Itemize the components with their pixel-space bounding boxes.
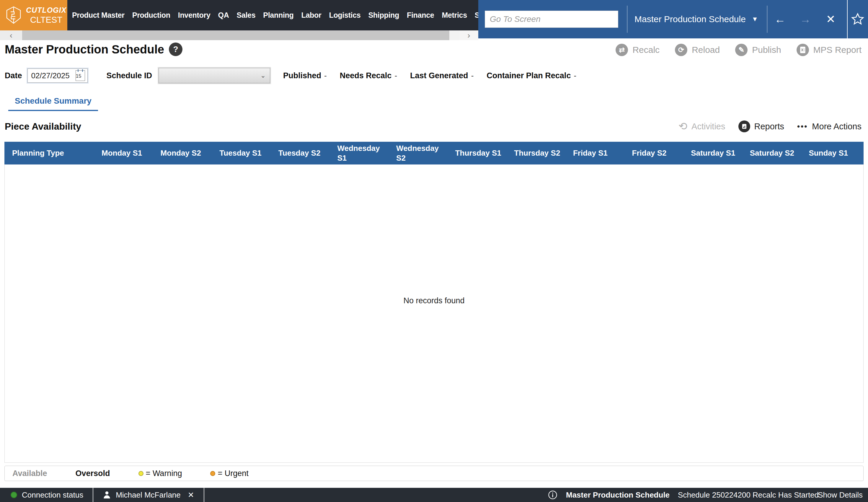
star-icon [850,12,865,26]
reload-label: Reload [692,45,720,55]
needs-recalc-value: - [394,71,397,80]
navigate-back-button[interactable]: ← [767,13,793,26]
filter-row: Date 02/27/2025 15 Schedule ID ⌄ Publish… [5,68,576,83]
screen-selector-dropdown[interactable]: Master Production Schedule ▼ [634,14,758,24]
close-screen-button[interactable]: ✕ [818,13,844,26]
legend-bar: Available Oversold = Warning = Urgent [4,466,864,481]
publish-pencil-icon: ✎ [735,44,747,56]
urgent-dot-icon [210,471,215,476]
menu-metrics[interactable]: Metrics [442,11,467,20]
menu-logistics[interactable]: Logistics [329,11,361,20]
column-header-thursday-s2[interactable]: Thursday S2 [510,146,569,160]
needs-recalc-label: Needs Recalc [340,71,392,80]
date-label: Date [5,71,22,80]
horizontal-scrollbar: ‹ › [0,30,478,40]
column-header-tuesday-s1[interactable]: Tuesday S1 [215,146,274,160]
schedule-id-select[interactable]: ⌄ [158,68,270,83]
master-production-schedule-screen: CUTLOGIX CLTEST Product Master Productio… [0,0,868,502]
menu-system-clipped[interactable]: Sy [475,11,478,20]
scroll-left-button[interactable]: ‹ [0,30,22,40]
calendar-day: 15 [76,73,82,79]
brand-text: CUTLOGIX CLTEST [26,6,66,25]
connection-ok-icon [11,492,17,498]
activities-button[interactable]: ⟲ Activities [679,121,725,132]
mps-report-button[interactable]: MPS Report [797,44,861,56]
column-header-wednesday-s2[interactable]: Wednesday S2 [392,142,451,164]
column-header-thursday-s1[interactable]: Thursday S1 [451,146,510,160]
logged-in-user: Michael McFarlane ✕ [102,490,194,500]
menu-qa[interactable]: QA [218,11,229,20]
container-plan-recalc-field: Container Plan Recalc - [487,71,576,80]
menu-inventory[interactable]: Inventory [178,11,210,20]
empty-state-message: No records found [5,296,863,305]
recalc-icon: ⇄ [616,44,628,56]
scrollbar-thumb[interactable] [22,30,450,40]
main-menu: Product Master Production Inventory QA S… [72,0,478,30]
column-header-friday-s2[interactable]: Friday S2 [628,146,687,160]
column-header-monday-s1[interactable]: Monday S1 [97,146,156,160]
scroll-right-button[interactable]: › [459,30,478,40]
mps-report-label: MPS Report [813,45,861,55]
chevron-down-icon: ⌄ [260,72,266,80]
connection-status-label: Connection status [22,491,83,500]
grid-header-row: Planning Type Monday S1 Monday S2 Tuesda… [4,142,864,164]
chevron-down-icon: ▼ [752,16,758,23]
published-value: - [324,71,327,80]
reload-button[interactable]: ⟳ Reload [675,44,720,56]
favorite-star-button[interactable] [848,12,868,26]
publish-button[interactable]: ✎ Publish [735,44,781,56]
last-generated-field: Last Generated - [410,71,474,80]
navigate-forward-button[interactable]: → [793,13,818,26]
brand-logo[interactable]: CUTLOGIX CLTEST [0,0,67,30]
column-header-saturday-s1[interactable]: Saturday S1 [687,146,746,160]
column-header-friday-s1[interactable]: Friday S1 [569,146,628,160]
calendar-icon[interactable]: 15 [75,70,85,81]
legend-urgent-label: = Urgent [218,469,248,478]
menu-planning[interactable]: Planning [263,11,293,20]
menu-shipping[interactable]: Shipping [368,11,399,20]
page-title-row: Master Production Schedule ? [5,42,183,56]
header-actions: ⇄ Recalc ⟳ Reload ✎ Publish MPS Report [616,44,861,56]
recalc-button[interactable]: ⇄ Recalc [616,44,660,56]
reload-icon: ⟳ [675,44,687,56]
date-value: 02/27/2025 [31,71,75,80]
menu-sales[interactable]: Sales [237,11,255,20]
column-header-tuesday-s2[interactable]: Tuesday S2 [274,146,333,160]
last-generated-value: - [471,71,474,80]
menu-production[interactable]: Production [132,11,170,20]
tab-schedule-summary[interactable]: Schedule Summary [8,96,98,111]
legend-available: Available [12,469,47,478]
brand-environment: CLTEST [26,15,66,25]
published-field: Published - [283,71,327,80]
menu-finance[interactable]: Finance [407,11,434,20]
section-title: Piece Availability [5,121,81,132]
activity-history-icon: ⟲ [679,121,687,132]
container-plan-recalc-label: Container Plan Recalc [487,71,571,80]
more-actions-button[interactable]: ••• More Actions [797,122,861,131]
grid-toolbar: ⟲ Activities Reports ••• More Actions [679,121,861,132]
date-field[interactable]: 02/27/2025 15 [28,69,88,83]
info-icon [548,490,558,500]
brain-logo-icon [4,5,23,26]
report-chart-icon [738,121,750,132]
page-title: Master Production Schedule [5,43,164,56]
legend-warning-label: = Warning [146,469,182,478]
menu-labor[interactable]: Labor [301,11,321,20]
go-to-screen-input[interactable] [485,11,618,28]
logout-close-icon[interactable]: ✕ [188,491,194,500]
column-header-saturday-s2[interactable]: Saturday S2 [746,146,805,160]
reports-button[interactable]: Reports [738,121,784,132]
container-plan-recalc-value: - [574,71,576,80]
column-header-sunday-s1[interactable]: Sunday S1 [805,146,864,160]
activities-label: Activities [691,122,725,131]
reports-label: Reports [754,122,784,131]
published-label: Published [283,71,321,80]
column-header-planning-type[interactable]: Planning Type [4,146,97,160]
show-details-button[interactable]: Show Details [818,488,863,502]
column-header-monday-s2[interactable]: Monday S2 [156,146,216,160]
menu-product-master[interactable]: Product Master [72,11,125,20]
warning-dot-icon [138,471,144,476]
help-icon[interactable]: ? [169,42,183,56]
column-header-wednesday-s1[interactable]: Wednesday S1 [333,142,392,164]
excel-report-icon [797,44,809,56]
